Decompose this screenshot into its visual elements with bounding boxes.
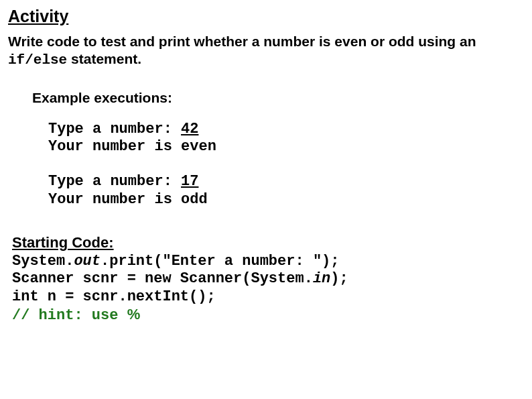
example-input: 42 xyxy=(181,121,198,137)
activity-title: Activity xyxy=(8,7,524,26)
instruction-code: if/else xyxy=(8,52,67,68)
code-l1c: .print("Enter a number: "); xyxy=(101,253,339,270)
starting-code-heading: Starting Code: xyxy=(12,234,524,251)
example-prompt: Type a number: xyxy=(48,173,181,190)
code-l2a: Scanner scnr = new Scanner(System. xyxy=(12,270,313,287)
code-l1b: out xyxy=(74,253,101,270)
example-block-2: Type a number: 17 Your number is odd xyxy=(48,173,524,209)
example-line: Type a number: 42 xyxy=(48,121,524,138)
starting-code-block: System.out.print("Enter a number: "); Sc… xyxy=(12,253,524,325)
instruction-text: Write code to test and print whether a n… xyxy=(8,33,524,70)
example-heading: Example executions: xyxy=(32,90,524,106)
code-l4a: // hint: use xyxy=(12,307,127,324)
instruction-part1: Write code to test and print whether a n… xyxy=(8,34,476,49)
instruction-part2: statement. xyxy=(67,51,141,66)
example-prompt: Type a number: xyxy=(48,121,181,137)
code-l1a: System. xyxy=(12,253,74,270)
example-result: Your number is even xyxy=(48,138,524,156)
example-result: Your number is odd xyxy=(48,191,524,209)
code-l2b: in xyxy=(313,270,330,287)
example-input: 17 xyxy=(181,173,198,190)
code-l4b: % xyxy=(127,306,141,323)
code-l3: int n = scnr.nextInt(); xyxy=(12,288,216,305)
example-line: Type a number: 17 xyxy=(48,173,524,190)
code-l2c: ); xyxy=(330,270,348,287)
example-block-1: Type a number: 42 Your number is even xyxy=(48,121,524,156)
